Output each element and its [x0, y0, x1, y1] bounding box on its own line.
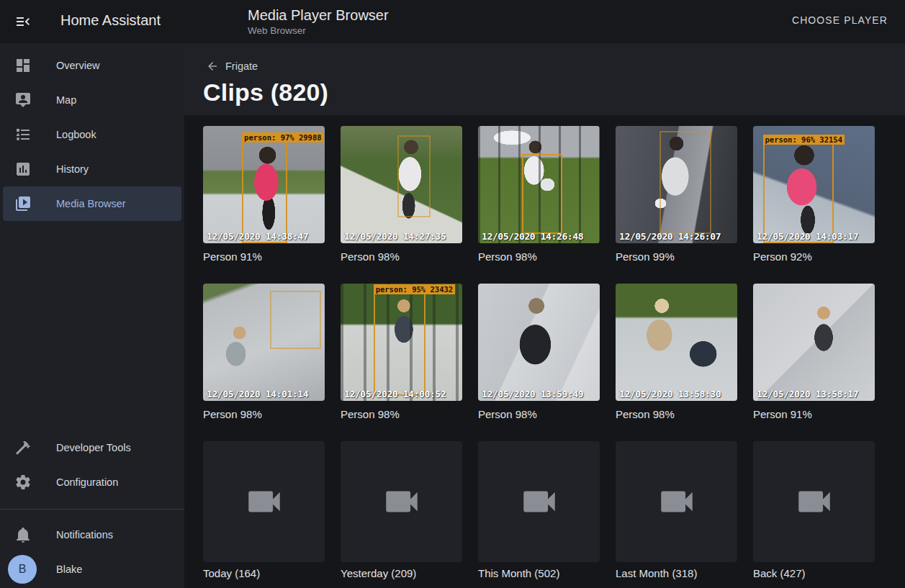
- video-icon: [656, 481, 698, 523]
- folder-label: Back (427): [753, 566, 875, 582]
- clip-card[interactable]: person: 97% 29988 12/05/2020 14:38:47 Pe…: [203, 126, 325, 265]
- clip-card[interactable]: 12/05/2020 14:01:14 Person 98%: [203, 284, 325, 422]
- page-toolbar-subtitle: Web Browser: [248, 24, 389, 37]
- clip-card[interactable]: 12/05/2020 14:26:48 Person 98%: [478, 126, 600, 265]
- video-icon: [243, 481, 285, 523]
- clip-label: Person 98%: [616, 407, 737, 422]
- folder-thumbnail[interactable]: [478, 441, 600, 562]
- clip-thumbnail[interactable]: 12/05/2020 14:26:07: [616, 126, 737, 243]
- choose-player-button[interactable]: CHOOSE PLAYER: [792, 14, 888, 26]
- chart-box-icon: [14, 160, 32, 178]
- detection-box: [397, 135, 431, 217]
- clip-label: Person 98%: [478, 407, 600, 422]
- folder-card-back[interactable]: Back (427): [753, 441, 875, 582]
- page-title: Clips (820): [203, 78, 905, 107]
- folder-thumbnail[interactable]: [753, 441, 875, 562]
- folder-card-last-month[interactable]: Last Month (318): [616, 441, 737, 582]
- video-icon: [518, 481, 560, 523]
- folder-thumbnail[interactable]: [341, 441, 462, 562]
- toolbar-title-block: Media Player Browser Web Browser: [248, 6, 389, 37]
- clip-timestamp: 12/05/2020 14:27:35: [344, 231, 446, 242]
- menu-open-icon: [14, 13, 32, 30]
- clip-timestamp: 12/05/2020 14:26:48: [482, 231, 583, 242]
- video-icon: [381, 481, 423, 523]
- sidebar-item-label: Notifications: [56, 529, 113, 540]
- user-name-label: Blake: [56, 564, 82, 575]
- clip-timestamp: 12/05/2020 14:03:17: [757, 231, 858, 242]
- clip-label: Person 98%: [478, 249, 600, 265]
- clip-card[interactable]: 12/05/2020 14:26:07 Person 99%: [616, 126, 737, 265]
- folder-thumbnail[interactable]: [203, 441, 325, 562]
- sidebar-item-developer-tools[interactable]: Developer Tools: [0, 430, 184, 465]
- detection-box: person: 97% 29988: [242, 141, 287, 243]
- sidebar-item-map[interactable]: Map: [0, 83, 184, 117]
- clip-label: Person 91%: [753, 407, 875, 422]
- sidebar-divider: [0, 509, 184, 510]
- sidebar-item-user[interactable]: B Blake: [0, 552, 184, 587]
- clip-thumbnail[interactable]: person: 97% 29988 12/05/2020 14:38:47: [203, 126, 325, 243]
- clip-card[interactable]: person: 96% 32154 12/05/2020 14:03:17 Pe…: [753, 126, 875, 265]
- breadcrumb-label: Frigate: [225, 60, 258, 72]
- clip-timestamp: 12/05/2020 14:26:07: [619, 231, 721, 242]
- detection-box: [270, 291, 321, 350]
- tooltip-account-icon: [14, 91, 32, 109]
- arrow-left-icon: [206, 60, 219, 73]
- folder-label: Last Month (318): [616, 566, 737, 582]
- clip-thumbnail[interactable]: 12/05/2020 13:58:30: [616, 284, 737, 401]
- clip-timestamp: 12/05/2020 13:59:49: [482, 389, 583, 399]
- sidebar-item-label: History: [56, 163, 89, 175]
- hammer-icon: [14, 439, 32, 456]
- sidebar-title: Home Assistant: [60, 12, 161, 29]
- sidebar-item-label: Logbook: [56, 129, 96, 140]
- detection-label: person: 96% 32154: [763, 135, 845, 145]
- clip-timestamp: 12/05/2020 13:58:17: [757, 389, 858, 399]
- clip-card[interactable]: 12/05/2020 13:59:49 Person 98%: [478, 284, 600, 422]
- clip-label: Person 98%: [341, 249, 462, 265]
- media-grid-area: person: 97% 29988 12/05/2020 14:38:47 Pe…: [184, 115, 905, 588]
- sidebar-item-history[interactable]: History: [0, 152, 184, 186]
- folder-card-yesterday[interactable]: Yesterday (209): [341, 441, 462, 582]
- sidebar-toggle-button[interactable]: [14, 13, 32, 30]
- sidebar-item-notifications[interactable]: Notifications: [0, 517, 184, 552]
- clip-card[interactable]: 12/05/2020 13:58:17 Person 91%: [753, 284, 875, 422]
- clip-timestamp: 12/05/2020 14:38:47: [207, 231, 308, 242]
- clip-card[interactable]: person: 95% 23432 12/05/2020 14:00:52 Pe…: [341, 284, 462, 422]
- sidebar-item-label: Media Browser: [56, 198, 126, 209]
- list-bulleted-icon: [14, 126, 32, 143]
- clip-thumbnail[interactable]: 12/05/2020 14:01:14: [203, 284, 325, 401]
- sidebar-item-label: Map: [56, 94, 76, 106]
- clip-thumbnail[interactable]: person: 96% 32154 12/05/2020 14:03:17: [753, 126, 875, 243]
- clip-timestamp: 12/05/2020 14:00:52: [344, 389, 446, 399]
- folder-card-this-month[interactable]: This Month (502): [478, 441, 600, 582]
- clip-thumbnail[interactable]: 12/05/2020 13:59:49: [478, 284, 600, 401]
- clip-thumbnail[interactable]: 12/05/2020 13:58:17: [753, 284, 875, 401]
- sidebar-item-label: Configuration: [56, 476, 118, 488]
- folder-thumbnail[interactable]: [616, 441, 737, 562]
- clip-card[interactable]: 12/05/2020 13:58:30 Person 98%: [616, 284, 737, 422]
- user-avatar: B: [8, 555, 37, 584]
- clip-thumbnail[interactable]: 12/05/2020 14:26:48: [478, 126, 600, 243]
- detection-label: person: 95% 23432: [374, 284, 455, 294]
- clip-thumbnail[interactable]: person: 95% 23432 12/05/2020 14:00:52: [341, 284, 462, 401]
- clip-label: Person 92%: [753, 249, 875, 265]
- sidebar-item-configuration[interactable]: Configuration: [0, 465, 184, 499]
- sidebar-item-overview[interactable]: Overview: [0, 48, 184, 83]
- sidebar-item-label: Developer Tools: [56, 442, 131, 453]
- clip-label: Person 98%: [203, 407, 325, 422]
- clip-timestamp: 12/05/2020 13:58:30: [619, 389, 721, 399]
- media-browser-header: Frigate Clips (820): [184, 43, 905, 115]
- detection-box: [659, 131, 712, 234]
- folder-label: Yesterday (209): [341, 566, 462, 582]
- sidebar-item-label: Overview: [56, 60, 99, 71]
- sidebar-item-logbook[interactable]: Logbook: [0, 117, 184, 152]
- breadcrumb[interactable]: Frigate: [206, 60, 905, 73]
- sidebar-item-media-browser[interactable]: Media Browser: [3, 186, 181, 221]
- bell-icon: [14, 526, 32, 543]
- sidebar: Overview Map Logbook History Media Brows…: [0, 43, 184, 588]
- video-icon: [793, 481, 835, 523]
- clip-card[interactable]: 12/05/2020 14:27:35 Person 98%: [341, 126, 462, 265]
- detection-label: person: 97% 29988: [242, 132, 323, 143]
- clip-label: Person 99%: [616, 249, 737, 265]
- clip-thumbnail[interactable]: 12/05/2020 14:27:35: [341, 126, 462, 243]
- folder-card-today[interactable]: Today (164): [203, 441, 325, 582]
